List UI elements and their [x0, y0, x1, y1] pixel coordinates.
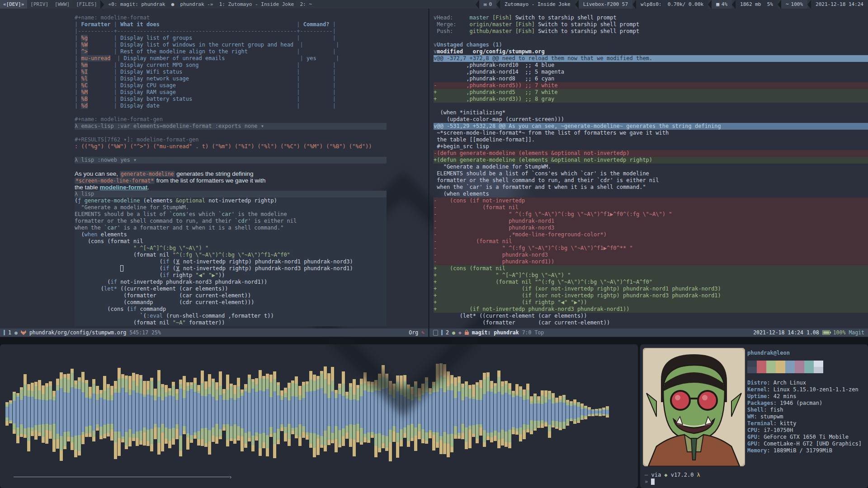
waveform-bar	[458, 391, 461, 432]
waveform-bar	[237, 398, 240, 426]
magit-line[interactable]: + ,phundrak-nord3)) ;; 8 gray	[434, 96, 868, 103]
magit-line[interactable]: vHead: master [Fish] Switch to starship …	[434, 14, 868, 21]
prompt-line[interactable]: – via ◆ v17.2.0 λ	[645, 472, 700, 479]
waveform-bar	[103, 399, 106, 424]
waveform-bar	[461, 400, 464, 424]
waveform-bar	[577, 407, 580, 418]
magit-line[interactable]: - " ^(:fg \"~A\")^(:bg \"~A\")^f1▶^f0^**…	[434, 245, 868, 252]
magit-line[interactable]: (when elements	[434, 191, 868, 197]
magit-line[interactable]: ~*screen-mode-line-format*~ from the lis…	[434, 130, 868, 136]
magit-line[interactable]: + " ^[~A^]^(:bg \"~A\") "	[434, 272, 868, 279]
visualizer-terminal[interactable]: ›	[0, 344, 638, 488]
magit-line[interactable]: + (if (xor not-invertedp rightp) phundra…	[434, 292, 868, 299]
org-table-line: | ^> | Rest of the modeline align to the…	[75, 48, 387, 55]
org-window[interactable]: #+name: modeline-format| Formatter | Wha…	[0, 9, 428, 337]
buffer-line: : (("%g") ("%W") ("^>") ("mu-unread" . t…	[75, 143, 387, 150]
magit-line[interactable]: v@@ -372,7 +372,8 @@ need to reload them…	[434, 55, 868, 62]
magit-line[interactable]: ,phundrak-nord8 ;; 6 cyan	[434, 75, 868, 82]
magit-line[interactable]: - (format nil	[434, 238, 868, 245]
shell-prompt[interactable]: – via ◆ v17.2.0 λ»	[645, 472, 700, 485]
waveform-bar	[49, 399, 52, 425]
magit-line[interactable]: + (format nil "^(:fg \"~A\")^(:bg \"~A\"…	[434, 279, 868, 286]
magit-line[interactable]: v@@ -531,29 +532,28 @@ As you can see, ~…	[434, 123, 868, 130]
magit-line[interactable]: (update-color-map (current-screen)))	[434, 116, 868, 123]
buffer-line: (format nil "~A" formatter))	[75, 319, 387, 326]
org-table-line: | %B | Display battery status | |	[75, 96, 387, 103]
magit-line[interactable]: - phundrak-nord1))	[434, 258, 868, 265]
waveform-bar	[389, 394, 392, 429]
magit-line[interactable]: (let* ((current-element (car elements))	[434, 313, 868, 319]
progress-line	[14, 477, 230, 477]
magit-line[interactable]: + ,phundrak-nord5 ;; 7 white	[434, 89, 868, 96]
org-link[interactable]: modeline-format	[100, 184, 148, 191]
magit-line[interactable]: - ,phundrak-nord5)) ;; 7 white	[434, 82, 868, 89]
powerline-separator-icon	[100, 0, 104, 9]
waveform-bar	[269, 397, 273, 427]
magit-line[interactable]: - (cons (if not-invertedp	[434, 197, 868, 204]
stumpwm-topbar: «[DEV]»[PRIV][WWW][FILES] «0: magit: phu…	[0, 0, 868, 9]
group-tab[interactable]: [PRIV]	[27, 0, 52, 9]
magit-line[interactable]: + (if not-invertedp phundrak-nord3 phund…	[434, 306, 868, 313]
waveform-bar	[324, 394, 327, 431]
magit-line[interactable]: + (cons (format nil	[434, 265, 868, 272]
waveform-bar	[302, 398, 305, 426]
magit-line[interactable]: + (if rightp "◀" "▶"))	[434, 299, 868, 306]
waveform-bar	[121, 388, 124, 436]
magit-line[interactable]: vmodified org/config/stumpwm.org	[434, 48, 868, 55]
status-segment: 1862 mb 5%	[736, 0, 778, 9]
waveform-bar	[392, 398, 396, 427]
magit-line[interactable]: - (format nil	[434, 204, 868, 211]
magit-line[interactable]: - phundrak-nord3	[434, 252, 868, 258]
magit-line[interactable]: -(defun generate-modeline (elements &opt…	[434, 150, 868, 157]
chevron-left-icon	[732, 0, 736, 9]
buffer-line	[75, 130, 387, 136]
waveform-bar	[284, 397, 287, 427]
fetch-row: CPU: i7-10750H	[747, 427, 862, 434]
magit-line[interactable]: - " ^(:fg \"~A\")^(:bg \"~A\")^f1▶^f0^(:…	[434, 211, 868, 218]
magit-line[interactable]: when the `car' is a formatter and t when…	[434, 184, 868, 191]
magit-line[interactable]: - phundrak-nord1	[434, 218, 868, 225]
waveform-bar	[313, 391, 316, 433]
magit-line[interactable]: +(defun generate-modeline (elements &opt…	[434, 157, 868, 164]
magit-line[interactable]: formatter or the shell command to run, a…	[434, 177, 868, 184]
group-tab[interactable]: «[DEV]»	[0, 0, 27, 9]
battery-percent: 100%	[833, 329, 846, 336]
waveform-bar	[71, 387, 74, 436]
magit-line[interactable]: ,phundrak-nord14 ;; 5 magenta	[434, 69, 868, 75]
waveform-bar	[486, 391, 490, 433]
waveform-bar	[349, 400, 352, 424]
magit-line[interactable]: Push: github/master [Fish] Switch to sta…	[434, 28, 868, 35]
window-state-icon	[433, 330, 438, 336]
waveform-bar	[483, 394, 486, 430]
waveform-bar	[320, 388, 323, 436]
magit-line[interactable]	[434, 103, 868, 109]
magit-line[interactable]: vUnstaged changes (1)	[434, 42, 868, 48]
buffer-line: ELEMENTS should be a list of `cons'es wh…	[75, 211, 387, 218]
waveform-bar	[128, 395, 132, 430]
magit-line[interactable]: ,phundrak-nord10 ;; 4 blue	[434, 62, 868, 69]
waveform-bar	[190, 389, 193, 435]
status-segment-cpu: ▦4%	[712, 0, 732, 9]
magit-line[interactable]: #+begin_src lisp	[434, 143, 868, 150]
magit-line[interactable]: Merge: origin/master [Fish] Switch to st…	[434, 21, 868, 28]
magit-line[interactable]: (formatter (car current-element))	[434, 319, 868, 326]
battery-icon	[822, 330, 830, 335]
fetch-terminal[interactable]: phundrak@leon Distro: Arch LinuxKernel: …	[640, 344, 868, 488]
magit-line[interactable]	[434, 35, 868, 42]
magit-line[interactable]: - phundrak-nord3	[434, 225, 868, 231]
buffer-line	[75, 150, 387, 157]
magit-line[interactable]: ELEMENTS should be a list of `cons'es wh…	[434, 170, 868, 177]
palette-swatch	[785, 361, 795, 367]
magit-line[interactable]: - ,*mode-line-foreground-color*)	[434, 231, 868, 238]
magit-line[interactable]: the table [[modeline-format]].	[434, 136, 868, 143]
magit-line[interactable]: + (if (xor not-invertedp rightp) phundra…	[434, 286, 868, 292]
window-list[interactable]: «0: magit: phundrak ● phundrak -» 1: Zut…	[106, 0, 312, 9]
magit-window[interactable]: vHead: master [Fish] Switch to starship …	[429, 9, 868, 337]
group-tab[interactable]: [FILES]	[73, 0, 100, 9]
prompt-line[interactable]: »	[645, 479, 700, 485]
waveform-bar	[447, 390, 450, 434]
group-tab[interactable]: [WWW]	[52, 0, 73, 9]
magit-line[interactable]: "Generate a modeline for StumpWM.	[434, 164, 868, 170]
waveform-bar	[599, 411, 602, 414]
magit-line[interactable]: (when *initializing*	[434, 109, 868, 116]
